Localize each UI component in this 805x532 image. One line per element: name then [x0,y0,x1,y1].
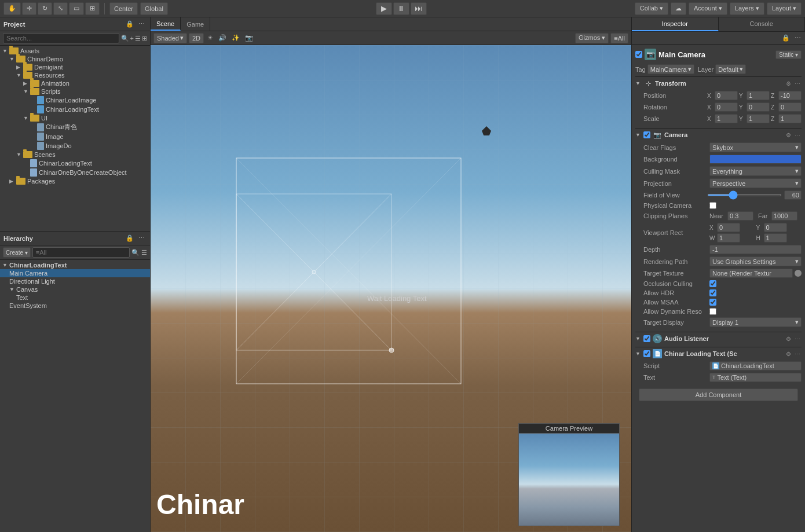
gizmos-btn[interactable]: Gizmos ▾ [575,33,609,43]
list-item[interactable]: ▼ ChinarDemo [0,55,150,63]
scene-light-icon[interactable]: ☀ [206,34,215,42]
chinar-script-header[interactable]: ▼ 📄 Chinar Loading Text (Sc ⚙ ⋯ [635,347,802,360]
console-tab[interactable]: Console [719,17,806,31]
script-value-field[interactable]: 📄 ChinarLoadingText [709,361,802,370]
obj-active-checkbox[interactable] [635,51,642,58]
scene-tab[interactable]: Scene [151,17,181,31]
collab-btn[interactable]: Collab ▾ [635,2,668,15]
transform-more-btn[interactable]: ⋯ [793,80,802,87]
hierarchy-search-input[interactable] [32,247,130,258]
hierarchy-create-btn[interactable]: Create ▾ [3,247,31,258]
inspector-lock-btn[interactable]: 🔒 [780,34,792,42]
hierarchy-more-btn[interactable]: ⋯ [137,234,147,243]
scale-tool-btn[interactable]: ⤡ [53,2,68,15]
chinar-more-btn[interactable]: ⋯ [793,351,802,357]
fov-slider[interactable] [707,194,782,196]
list-item[interactable]: ▼ ChinarLoadingText [0,261,150,269]
allow-dynamic-checkbox[interactable] [709,308,716,315]
occlusion-culling-checkbox[interactable] [709,280,716,287]
allow-msaa-checkbox[interactable] [709,299,716,306]
inspector-tab[interactable]: Inspector [632,17,719,31]
rendering-path-dropdown[interactable]: Use Graphics Settings ▾ [709,256,802,266]
inspector-more-btn[interactable]: ⋯ [793,34,803,42]
list-item[interactable]: ▼ UI [0,114,150,122]
static-btn[interactable]: Static ▾ [775,50,802,59]
text-value-field[interactable]: T Text (Text) [709,373,802,382]
account-btn[interactable]: Account ▾ [689,2,727,15]
audio-listener-header[interactable]: ▼ 🔊 Audio Listener ⚙ ⋯ [635,332,802,345]
allow-hdr-checkbox[interactable] [709,289,716,296]
rot-x-input[interactable] [715,102,738,112]
vp-x-input[interactable] [717,223,740,232]
cloud-btn[interactable]: ☁ [671,2,686,15]
vp-w-input[interactable] [717,233,740,243]
move-tool-btn[interactable]: ✛ [22,2,36,15]
scale-z-input[interactable] [778,114,802,123]
project-grid-icon[interactable]: ⊞ [142,35,147,42]
vp-y-input[interactable] [764,223,787,232]
rect-tool-btn[interactable]: ▭ [69,2,84,15]
culling-mask-dropdown[interactable]: Everything ▾ [709,166,802,176]
canvas-item[interactable]: ▼ Canvas [0,285,150,293]
center-btn[interactable]: Center [109,2,138,15]
scale-x-input[interactable] [715,114,738,123]
list-item[interactable]: ▶ Demigiant [0,63,150,71]
camera-section-header[interactable]: ▼ 📷 Camera ⚙ ⋯ [635,129,802,141]
pos-z-input[interactable] [778,91,802,100]
tag-dropdown[interactable]: MainCamera ▾ [647,64,694,74]
target-display-dropdown[interactable]: Display 1 ▾ [709,317,802,327]
all-layers-btn[interactable]: ≡All [610,33,628,43]
hierarchy-more-icon[interactable]: ☰ [141,249,147,256]
physical-camera-checkbox[interactable] [709,202,716,209]
main-camera-item[interactable]: Main Camera [0,269,150,277]
project-search-input[interactable] [3,33,119,43]
audio-more-btn[interactable]: ⋯ [793,336,802,342]
scale-y-input[interactable] [747,114,770,123]
list-item[interactable]: ▶ Packages [0,177,150,185]
rot-z-input[interactable] [778,102,802,112]
list-item[interactable]: Image [0,132,150,141]
near-input[interactable] [727,211,753,221]
list-item[interactable]: Chinar青色 [0,122,150,132]
list-item[interactable]: ChinarLoadImage [0,96,150,105]
scene-effects-icon[interactable]: ✨ [230,34,241,42]
list-item[interactable]: ▼ Resources [0,71,150,79]
list-item[interactable]: ▼ Scenes [0,151,150,159]
rotate-tool-btn[interactable]: ↻ [38,2,52,15]
background-color[interactable] [709,155,802,164]
target-texture-dot[interactable] [795,270,802,277]
list-item[interactable]: ▼ Scripts [0,87,150,96]
step-btn[interactable]: ⏭ [411,2,427,15]
pos-y-input[interactable] [747,91,770,100]
list-item[interactable]: ChinarLoadingText [0,159,150,168]
chinar-script-checkbox[interactable] [643,350,650,357]
twod-btn[interactable]: 2D [189,33,204,43]
vp-h-input[interactable] [764,233,787,243]
list-item[interactable]: ▶ Animation [0,79,150,87]
layers-btn[interactable]: Layers ▾ [730,2,764,15]
pause-btn[interactable]: ⏸ [393,2,409,15]
project-more-btn[interactable]: ⋯ [137,20,147,28]
far-input[interactable] [771,211,797,221]
project-search-icon[interactable]: 🔍 [121,35,129,42]
project-list-icon[interactable]: ☰ [135,35,141,42]
camera-enable-checkbox[interactable] [643,131,650,138]
scene-audio-icon[interactable]: 🔊 [217,34,228,42]
project-add-icon[interactable]: + [130,35,134,42]
play-btn[interactable]: ▶ [376,2,392,15]
transform-settings-btn[interactable]: ⚙ [785,80,792,87]
shaded-dropdown[interactable]: Shaded ▾ [153,33,187,43]
game-tab[interactable]: Game [181,17,210,31]
layer-dropdown[interactable]: Default ▾ [715,64,746,74]
audio-listener-checkbox[interactable] [643,335,650,342]
rot-y-input[interactable] [747,102,770,112]
transform-section-header[interactable]: ▼ ⊹ Transform ⚙ ⋯ [635,77,802,90]
text-item[interactable]: Text [0,293,150,302]
list-item[interactable]: ChinarLoadingText [0,105,150,114]
hand-tool-btn[interactable]: ✋ [3,2,21,15]
directional-light-item[interactable]: Directional Light [0,277,150,285]
clear-flags-dropdown[interactable]: Skybox ▾ [709,142,802,152]
camera-more-btn[interactable]: ⋯ [793,132,802,138]
projection-dropdown[interactable]: Perspective ▾ [709,178,802,188]
depth-input[interactable] [709,245,802,254]
